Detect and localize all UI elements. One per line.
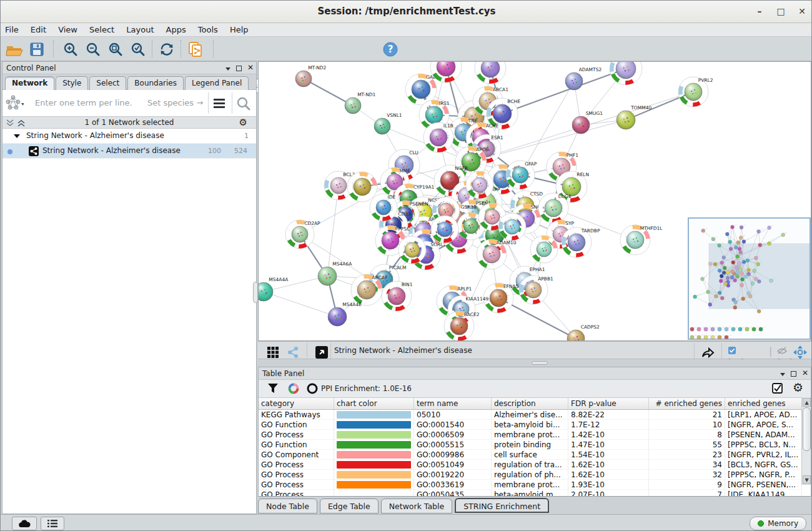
string-logo-icon[interactable] <box>5 94 24 113</box>
tab-node-table[interactable]: Node Table <box>258 499 317 514</box>
minimize-button[interactable]: – <box>751 4 768 18</box>
jobs-button[interactable] <box>12 517 37 530</box>
menu-view[interactable]: View <box>54 23 82 34</box>
maximize-button[interactable]: □ <box>773 4 789 18</box>
collapse-arrow-icon[interactable] <box>14 134 20 138</box>
menu-select[interactable]: Select <box>85 23 119 34</box>
horizontal-splitter[interactable] <box>258 359 811 367</box>
enrichment-row[interactable]: GO ProcessGO:0050435beta-amyloid m...2.0… <box>259 490 811 497</box>
network-node[interactable]: MTHFD1L <box>620 225 663 255</box>
scrollbar-thumb[interactable] <box>803 407 811 451</box>
close-panel-icon[interactable]: ✕ <box>247 63 254 72</box>
enrichment-row[interactable]: GO FunctionGO:0005515protein binding1.47… <box>259 440 811 450</box>
zoom-fit-button[interactable] <box>106 39 126 59</box>
column-header-3[interactable]: description <box>492 398 568 409</box>
network-node[interactable]: TOMM40 <box>616 105 651 129</box>
network-node[interactable]: ADAM10 <box>477 239 517 269</box>
save-session-button[interactable] <box>27 39 47 59</box>
network-node[interactable]: MS4A4A <box>259 277 289 301</box>
panel-menu-icon[interactable] <box>780 373 785 376</box>
network-node[interactable]: PVRL2 <box>678 77 713 107</box>
string-query-placeholder[interactable]: Enter one term per line. <box>35 98 132 107</box>
column-header-5[interactable]: # enriched genes <box>649 398 725 409</box>
options-menu-icon[interactable] <box>212 97 226 110</box>
column-header-2[interactable]: term name <box>414 398 492 409</box>
menu-layout[interactable]: Layout <box>122 23 158 34</box>
close-panel-icon[interactable]: ✕ <box>802 369 808 377</box>
birdseye-panel[interactable] <box>688 218 810 339</box>
tab-boundaries[interactable]: Boundaries <box>127 76 184 90</box>
network-node[interactable] <box>498 213 526 241</box>
network-canvas[interactable]: MT-ND2MT-ND1VSNL1GAB2ADAMTS2SMUG1TOMM40P… <box>258 61 811 341</box>
network-node[interactable] <box>466 171 493 199</box>
menu-help[interactable]: Help <box>225 23 253 34</box>
network-node[interactable] <box>431 216 458 243</box>
network-node[interactable]: BACE2 <box>444 311 480 340</box>
network-node[interactable]: GFAP <box>506 161 537 189</box>
menu-apps[interactable]: Apps <box>162 23 191 34</box>
network-node[interactable]: EFNA5 <box>483 283 518 313</box>
select-terms-icon[interactable] <box>772 383 783 394</box>
string-species-placeholder[interactable]: Set species → <box>147 98 203 107</box>
enrichment-row[interactable]: KEGG Pathways05010Alzheimer's dise...8.8… <box>259 410 811 420</box>
tab-legend-panel[interactable]: Legend Panel <box>185 76 249 90</box>
tab-style[interactable]: Style <box>56 76 88 90</box>
scroll-down-icon[interactable]: ▼ <box>803 475 811 484</box>
draw-charts-icon[interactable] <box>287 382 300 395</box>
zoom-in-button[interactable] <box>61 39 81 59</box>
enrichment-row[interactable]: GO ComponentGO:0009986cell surface1.54E-… <box>259 450 811 460</box>
enrichment-row[interactable]: GO ProcessGO:0033619membrane prot...1.93… <box>259 480 811 490</box>
enrichment-settings-gear-icon[interactable]: ⚙ <box>793 380 803 394</box>
menu-edit[interactable]: Edit <box>26 23 51 34</box>
network-node[interactable]: MS4A4E <box>328 302 362 326</box>
enrichment-row[interactable]: GO ProcessGO:0006509membrane prot...1.42… <box>259 430 811 440</box>
string-search-icon[interactable] <box>236 96 251 111</box>
column-header-1[interactable]: chart color <box>334 398 414 409</box>
column-header-0[interactable]: category <box>259 398 334 409</box>
network-node[interactable]: SMUG1 <box>572 111 603 134</box>
menu-file[interactable]: File <box>1 23 23 34</box>
tab-string-enrichment[interactable]: STRING Enrichment <box>455 498 549 513</box>
network-node[interactable] <box>530 236 558 263</box>
task-history-button[interactable] <box>41 517 64 530</box>
network-graph[interactable]: MT-ND2MT-ND1VSNL1GAB2ADAMTS2SMUG1TOMM40P… <box>259 62 811 340</box>
collection-row[interactable]: String Network - Alzheimer's disease 1 <box>2 129 256 144</box>
column-header-6[interactable]: enriched genes <box>725 398 802 409</box>
network-node[interactable] <box>610 62 642 85</box>
open-session-button[interactable] <box>4 39 24 59</box>
float-panel-icon[interactable] <box>236 66 242 71</box>
network-row-selected[interactable]: String Network - Alzheimer's disease 100… <box>2 144 256 159</box>
apply-layout-button[interactable] <box>157 39 177 59</box>
network-node[interactable]: MS4A6A <box>318 261 352 285</box>
panel-menu-icon[interactable] <box>225 67 230 71</box>
network-panel-gear-icon[interactable]: ⚙ <box>239 117 247 128</box>
remove-charts-icon[interactable] <box>306 382 319 395</box>
enrichment-row[interactable]: GO ProcessGO:0019220regulation of ph...1… <box>259 470 811 480</box>
network-node[interactable]: IDE <box>370 194 397 221</box>
tab-network-table[interactable]: Network Table <box>381 499 453 514</box>
panel-splitter-grip[interactable] <box>253 282 258 303</box>
network-from-clipboard-button[interactable] <box>186 39 205 59</box>
close-button[interactable]: ✕ <box>794 4 810 18</box>
table-scrollbar[interactable]: ▲ ▼ <box>801 397 811 485</box>
network-node[interactable] <box>475 62 506 84</box>
zoom-selected-button[interactable] <box>128 39 148 59</box>
tab-select[interactable]: Select <box>89 76 126 90</box>
column-header-4[interactable]: FDR p-value <box>568 398 649 409</box>
float-panel-icon[interactable] <box>791 371 796 377</box>
help-button[interactable]: ? <box>380 39 400 59</box>
zoom-out-button[interactable] <box>83 39 103 59</box>
network-node[interactable]: CADPS2 <box>567 324 600 340</box>
string-search-bar[interactable]: Enter one term per line. Set species → <box>2 90 256 117</box>
network-node[interactable]: ADAMTS2 <box>565 67 602 90</box>
tab-network[interactable]: Network <box>5 76 54 90</box>
memory-button[interactable]: Memory <box>750 517 806 530</box>
enrichment-row[interactable]: GO FunctionGO:0001540beta-amyloid bi...1… <box>259 420 811 430</box>
filter-icon[interactable] <box>267 383 279 394</box>
tab-edge-table[interactable]: Edge Table <box>320 499 379 514</box>
network-node[interactable] <box>399 236 426 264</box>
menu-tools[interactable]: Tools <box>194 23 222 34</box>
network-node[interactable]: VSNL1 <box>374 112 402 134</box>
splitter-grip[interactable] <box>532 361 548 365</box>
network-node[interactable]: MT-ND2 <box>295 65 327 87</box>
